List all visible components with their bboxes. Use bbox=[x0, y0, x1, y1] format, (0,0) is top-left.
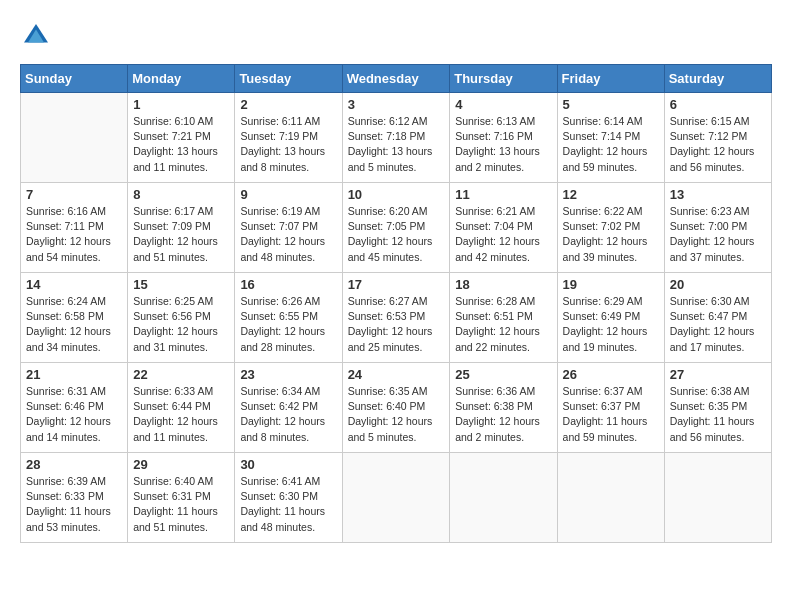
weekday-header: Friday bbox=[557, 65, 664, 93]
calendar-cell: 14Sunrise: 6:24 AMSunset: 6:58 PMDayligh… bbox=[21, 273, 128, 363]
calendar-table: SundayMondayTuesdayWednesdayThursdayFrid… bbox=[20, 64, 772, 543]
day-number: 10 bbox=[348, 187, 445, 202]
day-info: Sunrise: 6:19 AMSunset: 7:07 PMDaylight:… bbox=[240, 204, 336, 265]
calendar-cell: 4Sunrise: 6:13 AMSunset: 7:16 PMDaylight… bbox=[450, 93, 557, 183]
day-info: Sunrise: 6:37 AMSunset: 6:37 PMDaylight:… bbox=[563, 384, 659, 445]
day-info: Sunrise: 6:11 AMSunset: 7:19 PMDaylight:… bbox=[240, 114, 336, 175]
day-number: 5 bbox=[563, 97, 659, 112]
day-info: Sunrise: 6:41 AMSunset: 6:30 PMDaylight:… bbox=[240, 474, 336, 535]
day-number: 6 bbox=[670, 97, 766, 112]
calendar-cell: 2Sunrise: 6:11 AMSunset: 7:19 PMDaylight… bbox=[235, 93, 342, 183]
day-number: 8 bbox=[133, 187, 229, 202]
day-number: 2 bbox=[240, 97, 336, 112]
day-info: Sunrise: 6:34 AMSunset: 6:42 PMDaylight:… bbox=[240, 384, 336, 445]
day-number: 15 bbox=[133, 277, 229, 292]
calendar-cell: 8Sunrise: 6:17 AMSunset: 7:09 PMDaylight… bbox=[128, 183, 235, 273]
day-number: 13 bbox=[670, 187, 766, 202]
day-info: Sunrise: 6:26 AMSunset: 6:55 PMDaylight:… bbox=[240, 294, 336, 355]
calendar-cell: 9Sunrise: 6:19 AMSunset: 7:07 PMDaylight… bbox=[235, 183, 342, 273]
day-number: 4 bbox=[455, 97, 551, 112]
calendar-cell: 24Sunrise: 6:35 AMSunset: 6:40 PMDayligh… bbox=[342, 363, 450, 453]
calendar-cell: 17Sunrise: 6:27 AMSunset: 6:53 PMDayligh… bbox=[342, 273, 450, 363]
day-info: Sunrise: 6:10 AMSunset: 7:21 PMDaylight:… bbox=[133, 114, 229, 175]
day-number: 3 bbox=[348, 97, 445, 112]
day-number: 25 bbox=[455, 367, 551, 382]
calendar-cell: 20Sunrise: 6:30 AMSunset: 6:47 PMDayligh… bbox=[664, 273, 771, 363]
day-number: 30 bbox=[240, 457, 336, 472]
day-info: Sunrise: 6:31 AMSunset: 6:46 PMDaylight:… bbox=[26, 384, 122, 445]
calendar-cell: 30Sunrise: 6:41 AMSunset: 6:30 PMDayligh… bbox=[235, 453, 342, 543]
day-info: Sunrise: 6:30 AMSunset: 6:47 PMDaylight:… bbox=[670, 294, 766, 355]
calendar-week-row: 1Sunrise: 6:10 AMSunset: 7:21 PMDaylight… bbox=[21, 93, 772, 183]
day-info: Sunrise: 6:29 AMSunset: 6:49 PMDaylight:… bbox=[563, 294, 659, 355]
day-number: 19 bbox=[563, 277, 659, 292]
calendar-cell: 16Sunrise: 6:26 AMSunset: 6:55 PMDayligh… bbox=[235, 273, 342, 363]
day-info: Sunrise: 6:15 AMSunset: 7:12 PMDaylight:… bbox=[670, 114, 766, 175]
calendar-cell: 23Sunrise: 6:34 AMSunset: 6:42 PMDayligh… bbox=[235, 363, 342, 453]
calendar-header-row: SundayMondayTuesdayWednesdayThursdayFrid… bbox=[21, 65, 772, 93]
weekday-header: Saturday bbox=[664, 65, 771, 93]
day-number: 7 bbox=[26, 187, 122, 202]
calendar-cell: 26Sunrise: 6:37 AMSunset: 6:37 PMDayligh… bbox=[557, 363, 664, 453]
calendar-cell: 18Sunrise: 6:28 AMSunset: 6:51 PMDayligh… bbox=[450, 273, 557, 363]
day-info: Sunrise: 6:22 AMSunset: 7:02 PMDaylight:… bbox=[563, 204, 659, 265]
calendar-cell bbox=[21, 93, 128, 183]
day-info: Sunrise: 6:39 AMSunset: 6:33 PMDaylight:… bbox=[26, 474, 122, 535]
day-info: Sunrise: 6:14 AMSunset: 7:14 PMDaylight:… bbox=[563, 114, 659, 175]
calendar-cell: 27Sunrise: 6:38 AMSunset: 6:35 PMDayligh… bbox=[664, 363, 771, 453]
logo-icon bbox=[20, 20, 52, 52]
weekday-header: Thursday bbox=[450, 65, 557, 93]
calendar-cell: 22Sunrise: 6:33 AMSunset: 6:44 PMDayligh… bbox=[128, 363, 235, 453]
day-info: Sunrise: 6:36 AMSunset: 6:38 PMDaylight:… bbox=[455, 384, 551, 445]
day-number: 12 bbox=[563, 187, 659, 202]
day-info: Sunrise: 6:28 AMSunset: 6:51 PMDaylight:… bbox=[455, 294, 551, 355]
day-number: 28 bbox=[26, 457, 122, 472]
weekday-header: Tuesday bbox=[235, 65, 342, 93]
calendar-cell: 19Sunrise: 6:29 AMSunset: 6:49 PMDayligh… bbox=[557, 273, 664, 363]
calendar-week-row: 14Sunrise: 6:24 AMSunset: 6:58 PMDayligh… bbox=[21, 273, 772, 363]
calendar-cell: 15Sunrise: 6:25 AMSunset: 6:56 PMDayligh… bbox=[128, 273, 235, 363]
day-number: 17 bbox=[348, 277, 445, 292]
weekday-header: Monday bbox=[128, 65, 235, 93]
calendar-cell: 28Sunrise: 6:39 AMSunset: 6:33 PMDayligh… bbox=[21, 453, 128, 543]
calendar-cell bbox=[557, 453, 664, 543]
calendar-week-row: 21Sunrise: 6:31 AMSunset: 6:46 PMDayligh… bbox=[21, 363, 772, 453]
calendar-cell bbox=[450, 453, 557, 543]
day-info: Sunrise: 6:25 AMSunset: 6:56 PMDaylight:… bbox=[133, 294, 229, 355]
day-info: Sunrise: 6:21 AMSunset: 7:04 PMDaylight:… bbox=[455, 204, 551, 265]
calendar-cell: 13Sunrise: 6:23 AMSunset: 7:00 PMDayligh… bbox=[664, 183, 771, 273]
calendar-cell: 10Sunrise: 6:20 AMSunset: 7:05 PMDayligh… bbox=[342, 183, 450, 273]
calendar-cell: 21Sunrise: 6:31 AMSunset: 6:46 PMDayligh… bbox=[21, 363, 128, 453]
day-number: 14 bbox=[26, 277, 122, 292]
day-info: Sunrise: 6:24 AMSunset: 6:58 PMDaylight:… bbox=[26, 294, 122, 355]
day-info: Sunrise: 6:20 AMSunset: 7:05 PMDaylight:… bbox=[348, 204, 445, 265]
day-number: 18 bbox=[455, 277, 551, 292]
calendar-cell: 11Sunrise: 6:21 AMSunset: 7:04 PMDayligh… bbox=[450, 183, 557, 273]
calendar-cell: 7Sunrise: 6:16 AMSunset: 7:11 PMDaylight… bbox=[21, 183, 128, 273]
calendar-cell: 25Sunrise: 6:36 AMSunset: 6:38 PMDayligh… bbox=[450, 363, 557, 453]
calendar-cell bbox=[664, 453, 771, 543]
calendar-cell: 29Sunrise: 6:40 AMSunset: 6:31 PMDayligh… bbox=[128, 453, 235, 543]
day-info: Sunrise: 6:40 AMSunset: 6:31 PMDaylight:… bbox=[133, 474, 229, 535]
calendar-cell: 6Sunrise: 6:15 AMSunset: 7:12 PMDaylight… bbox=[664, 93, 771, 183]
day-info: Sunrise: 6:33 AMSunset: 6:44 PMDaylight:… bbox=[133, 384, 229, 445]
day-number: 11 bbox=[455, 187, 551, 202]
day-number: 27 bbox=[670, 367, 766, 382]
logo bbox=[20, 20, 56, 52]
page-header bbox=[20, 20, 772, 52]
day-number: 16 bbox=[240, 277, 336, 292]
day-number: 20 bbox=[670, 277, 766, 292]
calendar-cell: 3Sunrise: 6:12 AMSunset: 7:18 PMDaylight… bbox=[342, 93, 450, 183]
calendar-cell: 1Sunrise: 6:10 AMSunset: 7:21 PMDaylight… bbox=[128, 93, 235, 183]
day-number: 1 bbox=[133, 97, 229, 112]
weekday-header: Sunday bbox=[21, 65, 128, 93]
day-number: 21 bbox=[26, 367, 122, 382]
day-number: 26 bbox=[563, 367, 659, 382]
calendar-week-row: 7Sunrise: 6:16 AMSunset: 7:11 PMDaylight… bbox=[21, 183, 772, 273]
calendar-cell bbox=[342, 453, 450, 543]
day-info: Sunrise: 6:23 AMSunset: 7:00 PMDaylight:… bbox=[670, 204, 766, 265]
day-info: Sunrise: 6:16 AMSunset: 7:11 PMDaylight:… bbox=[26, 204, 122, 265]
day-info: Sunrise: 6:38 AMSunset: 6:35 PMDaylight:… bbox=[670, 384, 766, 445]
day-info: Sunrise: 6:12 AMSunset: 7:18 PMDaylight:… bbox=[348, 114, 445, 175]
day-info: Sunrise: 6:27 AMSunset: 6:53 PMDaylight:… bbox=[348, 294, 445, 355]
